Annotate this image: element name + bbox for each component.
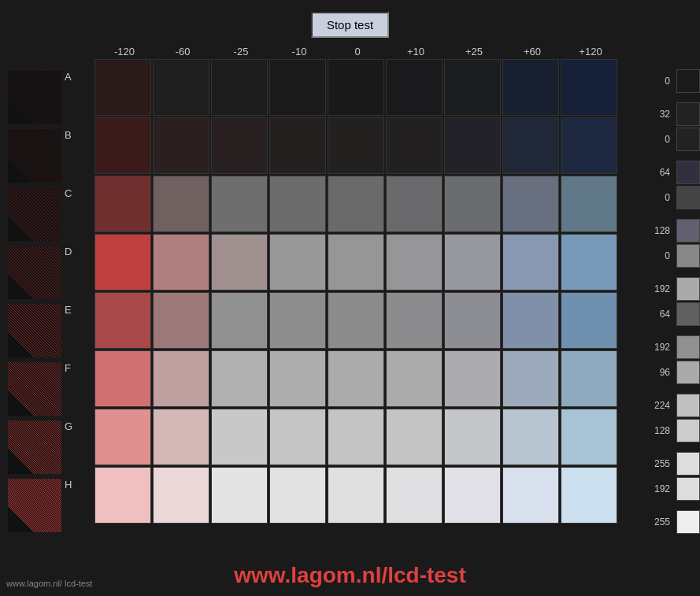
grid-cell	[502, 292, 559, 349]
grid-cell	[211, 117, 268, 174]
grid-cell	[444, 117, 501, 174]
row-label-cell: F	[8, 361, 94, 417]
grid-cell	[444, 59, 501, 116]
col-header: +10	[387, 46, 444, 57]
grid-cell	[502, 117, 559, 174]
right-swatch-top	[676, 186, 700, 209]
grid-cell	[94, 292, 151, 349]
grid-cell	[153, 176, 209, 232]
grid-cell	[561, 467, 617, 524]
grid-cell	[328, 467, 384, 524]
stripe-preview	[8, 362, 61, 416]
grid-cell	[561, 292, 617, 349]
grid-cell	[502, 467, 559, 524]
stripe-preview	[8, 420, 61, 474]
grid-cell	[211, 59, 268, 116]
right-row: 032	[654, 69, 700, 126]
row-letter: E	[65, 302, 72, 316]
grid-cell	[328, 409, 384, 465]
grid-row	[94, 409, 654, 465]
grid-cell	[561, 176, 617, 232]
right-row: 192255	[654, 477, 700, 534]
grid-cell	[444, 409, 501, 465]
stripe-preview	[8, 304, 61, 357]
grid-cell	[269, 176, 326, 232]
grid-cell	[94, 59, 151, 116]
grid-cell	[153, 467, 209, 524]
grid-cell	[502, 59, 559, 116]
right-num-bot: 255	[654, 516, 673, 528]
grid-cell	[269, 350, 326, 407]
grid-cell	[444, 176, 501, 232]
grid-cell	[269, 467, 326, 524]
col-header: -10	[271, 46, 328, 57]
grid-row	[94, 117, 654, 174]
right-swatch-top	[676, 419, 700, 442]
right-num-bot: 255	[654, 457, 673, 470]
right-num-bot: 64	[660, 166, 673, 179]
grid-cell	[269, 59, 326, 116]
right-num-top: 96	[660, 366, 673, 379]
right-num-bot: 192	[654, 341, 673, 354]
grid-cell	[328, 234, 384, 291]
grid-cell	[211, 234, 268, 291]
right-swatch-bot	[676, 452, 700, 476]
row-labels: ABCDEFGH	[8, 69, 94, 535]
right-swatch-top	[676, 244, 700, 268]
grid-cell	[561, 234, 617, 291]
row-letter: H	[65, 477, 72, 490]
stop-test-button[interactable]: Stop test	[311, 12, 389, 38]
grid-row	[94, 176, 654, 232]
right-row: 0192	[654, 244, 700, 301]
right-swatch-bot	[676, 161, 700, 184]
right-num-bot: 224	[654, 399, 673, 412]
grid-cell	[328, 350, 384, 407]
row-label-cell: C	[8, 186, 94, 242]
right-swatch-top	[676, 128, 700, 151]
grid-cell	[561, 350, 617, 407]
stripe-preview	[8, 479, 61, 532]
col-header: -120	[96, 46, 153, 57]
grid-cell	[328, 176, 384, 232]
column-headers: -120-60-25-100+10+25+60+120	[94, 46, 654, 57]
grid-cell	[386, 234, 443, 291]
right-num-top: 64	[660, 308, 673, 320]
col-header: +60	[504, 46, 561, 57]
bottom-url: www.lagom.nl/lcd-test	[0, 563, 700, 588]
grid-cell	[269, 117, 326, 174]
row-label-cell: B	[8, 128, 94, 184]
grid-cell	[211, 176, 268, 232]
grid-row	[94, 350, 654, 407]
grid-cell	[211, 467, 268, 524]
grid-cell	[328, 292, 384, 349]
grid-cell	[211, 292, 268, 349]
right-swatch-bot	[676, 102, 700, 126]
right-num-bot: 192	[654, 283, 673, 295]
grid-cell	[444, 292, 501, 349]
grid-cell	[153, 409, 209, 465]
row-letter: D	[65, 244, 72, 257]
grid-cell	[269, 409, 326, 465]
stripe-preview	[8, 187, 61, 241]
grid-row	[94, 234, 654, 291]
stripe-preview	[8, 71, 61, 124]
grid-cell	[153, 292, 209, 349]
grid-cell	[153, 59, 209, 116]
right-num-top: 128	[654, 424, 673, 437]
right-num-top: 0	[665, 250, 673, 262]
row-label-cell: D	[8, 244, 94, 301]
grid-cell	[502, 234, 559, 291]
col-header: -60	[154, 46, 211, 57]
grid	[94, 59, 654, 525]
grid-cell	[386, 117, 443, 174]
right-num-top: 0	[665, 75, 673, 87]
stripe-preview	[8, 246, 61, 299]
grid-row	[94, 467, 654, 524]
grid-cell	[386, 409, 443, 465]
right-swatch-bot	[676, 219, 700, 242]
grid-cell	[386, 467, 443, 524]
right-num-top: 0	[665, 133, 673, 146]
grid-row	[94, 292, 654, 349]
grid-cell	[386, 176, 443, 232]
row-letter: B	[65, 128, 72, 141]
